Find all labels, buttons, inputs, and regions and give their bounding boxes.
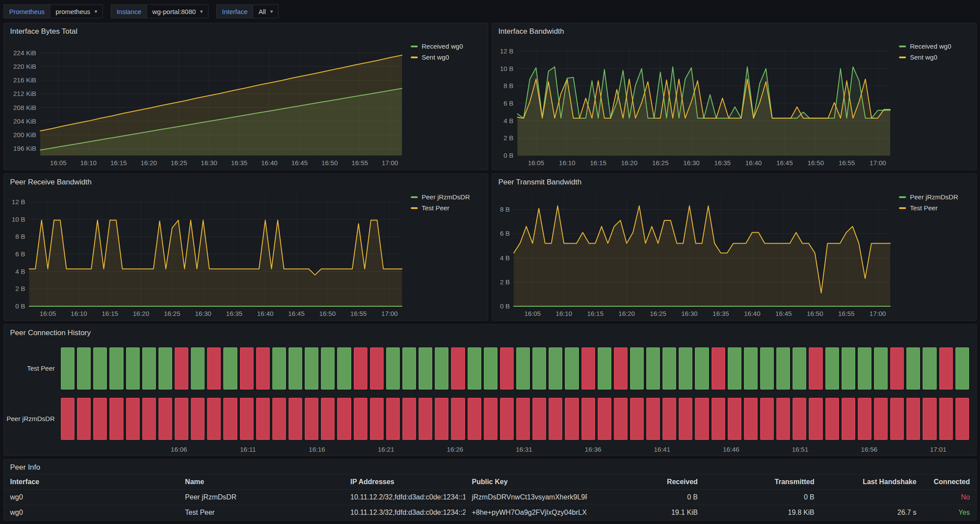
timeline-bar-disconnected[interactable] <box>500 398 514 440</box>
timeline-bar-disconnected[interactable] <box>549 398 562 440</box>
variable-picker-prometheus[interactable]: prometheus▾ <box>50 4 103 18</box>
column-header-connected[interactable]: Connected <box>923 478 976 486</box>
timeline-bar-disconnected[interactable] <box>695 398 709 440</box>
timeline-bar-disconnected[interactable] <box>679 398 692 440</box>
panel-title-peer-receive-bandwidth[interactable]: Peer Receive Bandwidth <box>4 174 488 190</box>
timeline-bar-disconnected[interactable] <box>126 398 140 440</box>
legend-item-test-peer[interactable]: Test Peer <box>411 204 483 212</box>
panel-title-peer-connection-history[interactable]: Peer Connection History <box>4 325 976 340</box>
column-header-last-handshake[interactable]: Last Handshake <box>821 478 923 486</box>
timeline-bar-disconnected[interactable] <box>240 347 254 389</box>
timeline-bar-connected[interactable] <box>468 347 481 389</box>
timeline-bar-disconnected[interactable] <box>630 398 644 440</box>
timeline-bar-disconnected[interactable] <box>939 347 953 389</box>
timeline-bar-disconnected[interactable] <box>663 398 676 440</box>
timeline-bar-disconnected[interactable] <box>874 398 888 440</box>
timeline-bar-disconnected[interactable] <box>77 398 91 440</box>
timeline-bar-connected[interactable] <box>598 347 611 389</box>
timeline-bar-connected[interactable] <box>906 347 920 389</box>
legend-item-sent-wg0[interactable]: Sent wg0 <box>899 53 971 61</box>
timeline-bar-connected[interactable] <box>142 347 156 389</box>
timeline-bar-disconnected[interactable] <box>842 398 855 440</box>
timeline-bar-disconnected[interactable] <box>825 398 839 440</box>
legend-item-peer-jrzmdsdr[interactable]: Peer jRzmDsDR <box>411 193 483 201</box>
timeline-bar-disconnected[interactable] <box>598 398 611 440</box>
timeline-bar-disconnected[interactable] <box>370 398 384 440</box>
timeline-bar-connected[interactable] <box>419 347 432 389</box>
timeline-bar-connected[interactable] <box>109 347 123 389</box>
timeline-bar-disconnected[interactable] <box>159 398 172 440</box>
timeline-bar-connected[interactable] <box>386 347 400 389</box>
timeline-bar-disconnected[interactable] <box>175 398 188 440</box>
variable-picker-instance[interactable]: wg-portal:8080▾ <box>147 4 208 18</box>
peer-transmit-bandwidth-chart[interactable]: 0 B2 B4 B6 B8 B16:0516:1016:1516:2016:25… <box>496 190 895 319</box>
timeline-bar-disconnected[interactable] <box>354 347 367 389</box>
timeline-bar-disconnected[interactable] <box>760 398 774 440</box>
timeline-bar-connected[interactable] <box>516 347 530 389</box>
column-header-public-key[interactable]: Public Key <box>465 478 587 486</box>
timeline-bar-connected[interactable] <box>630 347 644 389</box>
timeline-bar-connected[interactable] <box>955 347 969 389</box>
timeline-bar-connected[interactable] <box>532 347 546 389</box>
timeline-bar-disconnected[interactable] <box>451 398 465 440</box>
timeline-bar-disconnected[interactable] <box>614 398 627 440</box>
timeline-bar-disconnected[interactable] <box>776 398 790 440</box>
timeline-bar-disconnected[interactable] <box>890 398 904 440</box>
timeline-bar-disconnected[interactable] <box>516 398 530 440</box>
timeline-bar-connected[interactable] <box>305 347 318 389</box>
timeline-bar-connected[interactable] <box>793 347 806 389</box>
timeline-bar-connected[interactable] <box>874 347 888 389</box>
legend-item-peer-jrzmdsdr[interactable]: Peer jRzmDsDR <box>899 193 971 201</box>
timeline-bar-connected[interactable] <box>77 347 91 389</box>
timeline-bar-disconnected[interactable] <box>809 398 822 440</box>
timeline-bar-connected[interactable] <box>93 347 107 389</box>
timeline-bar-disconnected[interactable] <box>354 398 367 440</box>
timeline-bar-disconnected[interactable] <box>890 347 904 389</box>
timeline-bar-disconnected[interactable] <box>321 398 335 440</box>
timeline-bar-connected[interactable] <box>842 347 855 389</box>
column-header-transmitted[interactable]: Transmitted <box>704 478 820 486</box>
timeline-bar-connected[interactable] <box>289 347 302 389</box>
timeline-bar-connected[interactable] <box>484 347 497 389</box>
timeline-bar-connected[interactable] <box>191 347 204 389</box>
peer-receive-bandwidth-chart[interactable]: 0 B2 B4 B6 B8 B10 B12 B16:0516:1016:1516… <box>7 190 406 319</box>
timeline-bar-connected[interactable] <box>646 347 660 389</box>
timeline-bar-disconnected[interactable] <box>582 398 595 440</box>
legend-item-received-wg0[interactable]: Received wg0 <box>411 42 483 50</box>
interface-bandwidth-chart[interactable]: 0 B2 B4 B6 B8 B10 B12 B16:0516:1016:1516… <box>496 39 895 169</box>
timeline-bar-connected[interactable] <box>565 347 578 389</box>
timeline-bar-disconnected[interactable] <box>175 347 188 389</box>
panel-title-peer-transmit-bandwidth[interactable]: Peer Transmit Bandwidth <box>492 174 976 190</box>
timeline-bar-connected[interactable] <box>825 347 839 389</box>
timeline-bar-disconnected[interactable] <box>386 398 400 440</box>
timeline-bar-connected[interactable] <box>695 347 709 389</box>
timeline-bar-disconnected[interactable] <box>256 398 270 440</box>
timeline-bar-disconnected[interactable] <box>955 398 969 440</box>
column-header-received[interactable]: Received <box>587 478 704 486</box>
timeline-bar-disconnected[interactable] <box>419 398 432 440</box>
timeline-bar-disconnected[interactable] <box>109 398 123 440</box>
timeline-bar-disconnected[interactable] <box>809 347 822 389</box>
timeline-bar-disconnected[interactable] <box>191 398 204 440</box>
timeline-bar-connected[interactable] <box>923 347 936 389</box>
timeline-bar-disconnected[interactable] <box>923 398 936 440</box>
timeline-bar-connected[interactable] <box>728 347 741 389</box>
timeline-bar-connected[interactable] <box>679 347 692 389</box>
timeline-bar-connected[interactable] <box>321 347 335 389</box>
timeline-bar-disconnected[interactable] <box>532 398 546 440</box>
timeline-bar-disconnected[interactable] <box>565 398 578 440</box>
timeline-bar-disconnected[interactable] <box>337 398 351 440</box>
timeline-bar-connected[interactable] <box>776 347 790 389</box>
timeline-bar-connected[interactable] <box>272 347 286 389</box>
panel-title-interface-bandwidth[interactable]: Interface Bandwidth <box>492 23 976 39</box>
timeline-bar-disconnected[interactable] <box>240 398 254 440</box>
timeline-bar-connected[interactable] <box>744 347 758 389</box>
timeline-bar-connected[interactable] <box>760 347 774 389</box>
timeline-bar-disconnected[interactable] <box>207 398 221 440</box>
timeline-bar-connected[interactable] <box>337 347 351 389</box>
timeline-bar-connected[interactable] <box>663 347 676 389</box>
timeline-bar-disconnected[interactable] <box>646 398 660 440</box>
legend-item-sent-wg0[interactable]: Sent wg0 <box>411 53 483 61</box>
timeline-bar-disconnected[interactable] <box>223 398 237 440</box>
column-header-interface[interactable]: Interface <box>4 478 179 486</box>
